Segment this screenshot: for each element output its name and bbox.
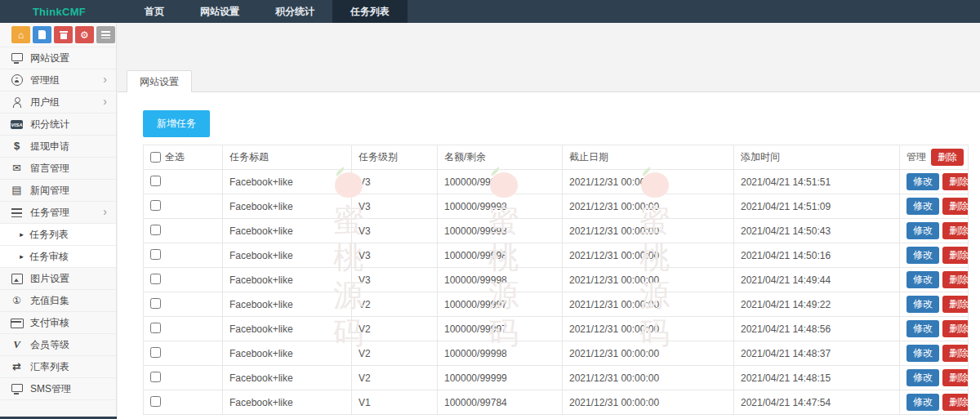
row-actions: 修改删除 [900, 194, 969, 219]
delete-button[interactable]: 删除 [942, 271, 969, 288]
sidebar-item[interactable]: ✉留言管理 [0, 158, 116, 180]
row-checkbox[interactable] [150, 176, 161, 186]
image-icon [11, 273, 23, 284]
col-header-level: 任务级别 [352, 145, 438, 170]
task-title-cell: Facebook+like [223, 268, 352, 292]
sidebar-item-label: 用户组 [30, 96, 60, 109]
task-level-cell: V3 [352, 243, 438, 268]
vine-icon: V [11, 339, 23, 350]
sidebar-item[interactable]: $提现申请 [0, 136, 116, 158]
deadline-cell: 2021/12/31 00:00:00 [563, 317, 734, 341]
delete-button[interactable]: 删除 [942, 394, 969, 411]
deadline-cell: 2021/12/31 00:00:00 [563, 268, 734, 292]
sidebar-item[interactable]: 网站设置 [0, 47, 116, 69]
task-level-cell: V3 [352, 194, 438, 219]
delete-button[interactable]: 删除 [942, 173, 969, 190]
delete-button[interactable]: 删除 [942, 345, 969, 362]
edit-button[interactable]: 修改 [906, 345, 939, 362]
task-level-cell: V3 [352, 219, 438, 243]
row-action-buttons: 修改删除 [906, 317, 968, 341]
delete-button[interactable]: 删除 [942, 247, 969, 264]
edit-button[interactable]: 修改 [906, 394, 939, 411]
edit-button[interactable]: 修改 [906, 173, 939, 190]
task-table: 全选 任务标题 任务级别 名额/剩余 截止日期 添加时间 管理 删除 [143, 145, 969, 415]
row-action-buttons: 修改删除 [906, 390, 968, 414]
sidebar-item[interactable]: V会员等级 [0, 334, 116, 356]
tab-site-settings[interactable]: 网站设置 [127, 70, 192, 93]
sidebar-item-label: 任务审核 [29, 250, 69, 264]
row-checkbox[interactable] [150, 298, 161, 309]
sidebar-item[interactable]: 任务管理› [0, 202, 116, 224]
quota-cell: 100000/99998 [438, 341, 563, 366]
row-checkbox[interactable] [150, 225, 161, 235]
bulk-delete-button[interactable]: 删除 [931, 149, 964, 166]
top-nav-item[interactable]: 任务列表 [332, 0, 408, 23]
edit-button[interactable]: 修改 [906, 320, 939, 337]
top-nav-item[interactable]: 首页 [127, 0, 182, 23]
row-checkbox[interactable] [150, 323, 161, 333]
sidebar-item[interactable]: 管理组› [0, 69, 116, 91]
row-action-buttons: 修改删除 [906, 268, 968, 292]
deadline-cell: 2021/12/31 00:00:00 [563, 390, 734, 415]
trash-icon[interactable] [54, 26, 73, 43]
sidebar-item[interactable]: SMS管理 [0, 378, 116, 400]
list-icon[interactable] [96, 26, 115, 43]
sidebar-item[interactable]: 用户组› [0, 91, 116, 114]
file-icon[interactable] [33, 26, 51, 43]
home-icon[interactable]: ⌂ [11, 26, 30, 43]
monitor-icon [11, 52, 23, 64]
task-title-cell: Facebook+like [223, 243, 352, 268]
delete-button[interactable]: 删除 [942, 320, 969, 337]
row-checkbox[interactable] [150, 249, 161, 260]
task-title-cell: Facebook+like [223, 219, 352, 243]
sidebar-item[interactable]: ▤新闻管理 [0, 180, 116, 202]
row-checkbox[interactable] [150, 372, 161, 382]
table-row: Facebook+likeV3100000/999982021/12/31 00… [144, 170, 969, 194]
table-row: Facebook+likeV3100000/999982021/12/31 00… [144, 194, 969, 219]
sidebar-item[interactable]: ①充值归集 [0, 290, 116, 312]
visa-icon [11, 120, 23, 129]
sidebar-item[interactable]: 图片设置 [0, 268, 116, 290]
content-panel: 新增任务 全选 任务标题 任务级别 名额/剩余 [118, 92, 980, 419]
top-nav-item[interactable]: 网站设置 [182, 0, 257, 23]
row-actions: 修改删除 [900, 366, 969, 390]
edit-button[interactable]: 修改 [906, 247, 939, 264]
row-checkbox[interactable] [150, 274, 161, 284]
sidebar-item-label: 提现申请 [30, 140, 69, 154]
edit-button[interactable]: 修改 [906, 369, 939, 386]
add-task-button[interactable]: 新增任务 [143, 110, 210, 137]
monitor-icon [11, 383, 23, 394]
gear-icon[interactable]: ⚙ [75, 26, 94, 43]
edit-button[interactable]: 修改 [906, 198, 939, 215]
top-nav-item[interactable]: 积分统计 [257, 0, 332, 23]
row-select-cell [144, 243, 223, 268]
table-row: Facebook+likeV2100000/999992021/12/31 00… [144, 366, 969, 390]
sidebar-item[interactable]: ▸任务列表 [0, 224, 116, 246]
sidebar-item[interactable]: ⇄汇率列表 [0, 356, 116, 378]
table-row: Facebook+likeV2100000/999972021/12/31 00… [144, 317, 969, 341]
delete-button[interactable]: 删除 [942, 222, 969, 239]
sidebar-item[interactable]: 支付审核 [0, 312, 116, 334]
row-checkbox[interactable] [150, 347, 161, 358]
delete-button[interactable]: 删除 [942, 369, 969, 386]
added-time-cell: 2021/04/21 14:51:09 [734, 194, 900, 219]
list-icon-glyph [101, 31, 110, 38]
edit-button[interactable]: 修改 [906, 222, 939, 239]
coin-icon: ① [11, 295, 23, 306]
delete-button[interactable]: 删除 [942, 296, 969, 313]
quota-cell: 100000/99998 [438, 243, 563, 268]
row-checkbox[interactable] [150, 396, 161, 407]
task-level-cell: V1 [352, 390, 438, 415]
sidebar-item[interactable]: ▸任务审核 [0, 246, 116, 268]
sidebar-item[interactable]: 积分统计 [0, 114, 116, 136]
col-header-quota: 名额/剩余 [438, 145, 563, 170]
edit-button[interactable]: 修改 [906, 296, 939, 313]
edit-button[interactable]: 修改 [906, 271, 939, 288]
row-checkbox[interactable] [150, 200, 161, 211]
quota-cell: 100000/99998 [438, 194, 563, 219]
select-all-checkbox[interactable] [150, 152, 161, 163]
sidebar-item-label: 图片设置 [30, 272, 69, 286]
delete-button[interactable]: 删除 [942, 198, 969, 215]
table-row: Facebook+likeV3100000/999982021/12/31 00… [144, 243, 969, 268]
app-logo[interactable]: ThinkCMF [0, 0, 118, 23]
